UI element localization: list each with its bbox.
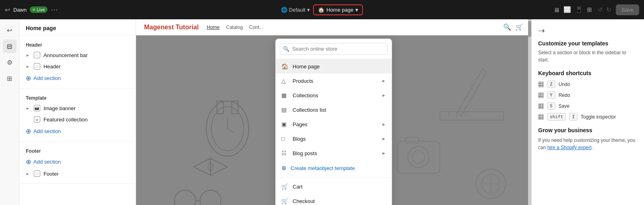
store-nav: Magenest Tutorial Home Catalog Cont... 🔍… xyxy=(136,19,531,35)
save-button[interactable]: Save xyxy=(616,4,639,15)
dropdown-item-blog-posts[interactable]: ☷ Blog posts ► xyxy=(276,146,392,160)
dropdown-item-checkout[interactable]: 🛒 Checkout xyxy=(276,194,392,205)
desktop-view-button[interactable]: 🖥 xyxy=(552,5,561,14)
home-icon: 🏠 xyxy=(281,63,289,70)
chevron-right-icon: ► xyxy=(26,172,30,176)
chevron-right-icon: ► xyxy=(26,106,30,111)
sidebar-item-footer[interactable]: ► □ Footer xyxy=(19,168,136,179)
search-icon[interactable]: 🔍 xyxy=(503,23,511,31)
preview-area: Magenest Tutorial Home Catalog Cont... 🔍… xyxy=(136,19,531,205)
sidebar-section-footer-label: Footer xyxy=(19,146,136,156)
home-icon: 🏠 xyxy=(318,7,324,13)
preview-scrollbar-thumb[interactable] xyxy=(528,21,531,37)
sidebar-section-header-label: Header xyxy=(19,40,136,49)
dropdown-item-blogs[interactable]: □ Blogs ► xyxy=(276,131,392,146)
grow-text-end: . xyxy=(593,145,594,150)
shortcut-key-s: S xyxy=(547,102,555,110)
main-layout: ↩ ⊟ ⚙ ⊞ Home page Header ► □ Announcemen… xyxy=(0,19,644,205)
theme-selector-button[interactable]: 🌐 Default ▾ xyxy=(281,7,310,13)
search-input[interactable] xyxy=(280,43,388,55)
shopify-expert-link[interactable]: hire a Shopify expert xyxy=(547,145,592,150)
dropdown-divider xyxy=(276,177,392,178)
plus-circle-icon: ⊕ xyxy=(281,164,287,172)
sidebar-item-label: Header xyxy=(43,64,61,70)
dropdown-item-collections[interactable]: ▦ Collections ► xyxy=(276,88,392,102)
grow-text: If you need help customizing your theme,… xyxy=(538,137,638,151)
chevron-right-icon: ► xyxy=(382,78,386,83)
shortcut-action-toggle: Toggle inspector xyxy=(581,114,616,120)
sidebar-item-label: Image banner xyxy=(43,105,76,111)
chevron-right-icon: ► xyxy=(382,93,386,98)
sidebar-title: Home page xyxy=(19,19,136,36)
dropdown-item-home-page[interactable]: 🏠 Home page xyxy=(276,59,392,74)
right-panel: ⇢ Customize your templates Select a sect… xyxy=(531,19,644,205)
shortcut-row-undo: Z Undo xyxy=(538,80,638,88)
nav-apps-icon[interactable]: ⊞ xyxy=(3,72,17,85)
add-section-button-footer[interactable]: ⊕ Add section xyxy=(19,156,136,168)
dropdown-item-label: Collections list xyxy=(293,107,386,113)
back-icon[interactable]: ↩ xyxy=(5,6,10,14)
nav-link-contact[interactable]: Cont... xyxy=(249,25,263,30)
sidebar-item-featured-collection[interactable]: ► ▲ Featured collection xyxy=(19,114,136,125)
chevron-down-icon: ▾ xyxy=(307,7,310,13)
nav-settings-icon[interactable]: ⚙ xyxy=(3,55,17,69)
sidebar-item-header[interactable]: ► □ Header xyxy=(19,61,136,72)
plus-circle-icon: ⊕ xyxy=(26,74,31,82)
add-section-button-header[interactable]: ⊕ Add section xyxy=(19,72,136,84)
dropdown-item-products[interactable]: △ Products ► xyxy=(276,74,392,88)
shortcut-row-toggle: shift I Toggle inspector xyxy=(538,113,638,121)
sidebar-section-template-label: Template xyxy=(19,93,136,102)
dropdown-create-metaobject[interactable]: ⊕ Create metaobject template xyxy=(276,160,392,176)
shortcut-grid-icon xyxy=(538,82,544,87)
sidebar-item-image-banner[interactable]: ► 📷 Image banner xyxy=(19,102,136,114)
shortcut-action-undo: Undo xyxy=(559,82,570,87)
device-icons: 🖥 ⬜ 📱 ⊞ xyxy=(552,5,593,14)
shortcut-key-i: I xyxy=(569,113,578,121)
sidebar: Home page Header ► □ Announcement bar ► … xyxy=(19,19,136,205)
dropdown-item-cart[interactable]: 🛒 Cart xyxy=(276,179,392,194)
dropdown-list: 🏠 Home page △ Products ► ▦ Collections ► xyxy=(276,59,392,205)
home-page-button[interactable]: 🏠 Home page ▾ xyxy=(313,4,363,15)
nav-home-icon[interactable]: ↩ xyxy=(3,23,17,37)
nav-link-catalog[interactable]: Catalog xyxy=(226,25,243,30)
dropdown-item-label: Products xyxy=(293,78,378,84)
grid-view-button[interactable]: ⊞ xyxy=(586,5,593,14)
cart-icon[interactable]: 🛒 xyxy=(515,23,523,31)
redo-button[interactable]: ↻ xyxy=(605,5,613,14)
more-options-button[interactable]: ⋯ xyxy=(51,5,58,14)
mobile-view-button[interactable]: 📱 xyxy=(574,5,584,14)
create-label: Create metaobject template xyxy=(291,165,355,171)
item-icon-box: ▲ xyxy=(34,116,40,123)
top-bar-center: 🌐 Default ▾ 🏠 Home page ▾ xyxy=(281,4,363,15)
sidebar-item-label: Announcement bar xyxy=(43,52,88,58)
nav-link-home[interactable]: Home xyxy=(207,25,220,30)
store-name: Dawn xyxy=(13,7,27,13)
shortcut-key-shift: shift xyxy=(547,113,566,121)
add-section-button-template[interactable]: ⊕ Add section xyxy=(19,125,136,137)
item-icon-box: □ xyxy=(34,170,40,177)
sidebar-section-header: Header ► □ Announcement bar ► □ Header ⊕… xyxy=(19,36,136,89)
shortcut-grid-icon xyxy=(538,114,544,120)
store-nav-right: 🔍 🛒 xyxy=(503,23,523,31)
undo-button[interactable]: ↺ xyxy=(597,5,604,14)
sidebar-section-footer: Footer ⊕ Add section ► □ Footer xyxy=(19,142,136,184)
checkout-icon: 🛒 xyxy=(281,198,289,204)
sidebar-item-announcement-bar[interactable]: ► □ Announcement bar xyxy=(19,49,136,61)
item-icon-box: 📷 xyxy=(34,105,40,111)
dropdown-item-collections-list[interactable]: ▤ Collections list xyxy=(276,102,392,117)
page-selector-dropdown: 🔍 🏠 Home page △ Products ► ▦ xyxy=(275,39,392,205)
top-bar: ↩ Dawn Live ⋯ 🌐 Default ▾ 🏠 Home page ▾ … xyxy=(0,0,644,19)
preview-scrollbar[interactable] xyxy=(528,19,531,205)
grow-title: Grow your business xyxy=(538,127,638,133)
dropdown-search-area: 🔍 xyxy=(276,39,392,59)
chevron-right-icon: ► xyxy=(382,122,386,127)
tag-icon: △ xyxy=(281,78,289,84)
item-icon-box: □ xyxy=(34,52,40,58)
dropdown-item-pages[interactable]: ▣ Pages ► xyxy=(276,117,392,131)
nav-sections-icon[interactable]: ⊟ xyxy=(3,39,17,53)
tablet-view-button[interactable]: ⬜ xyxy=(562,5,572,14)
customize-text: Select a section or block in the sidebar… xyxy=(538,49,638,64)
blogpost-icon: ☷ xyxy=(281,150,289,156)
shortcuts-title: Keyboard shortcuts xyxy=(538,70,638,76)
left-icon-bar: ↩ ⊟ ⚙ ⊞ xyxy=(0,19,19,205)
